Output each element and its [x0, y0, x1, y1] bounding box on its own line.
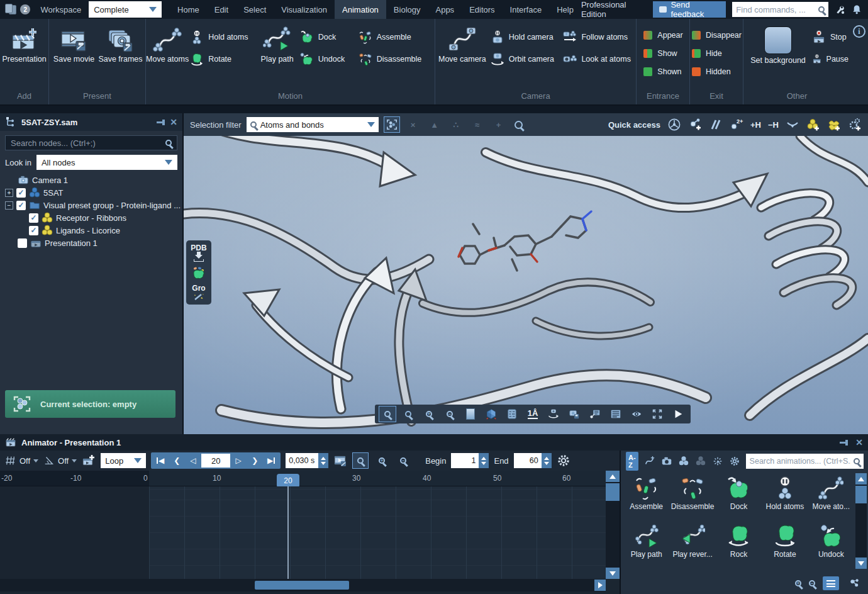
panels-button[interactable] [607, 406, 625, 422]
expand-selection-button[interactable]: ∴ [448, 116, 464, 133]
menu-interface[interactable]: Interface [503, 0, 550, 19]
search-icon[interactable] [818, 6, 825, 13]
follow-atoms-button[interactable]: Follow atoms [563, 29, 636, 45]
wrench-icon[interactable] [835, 4, 845, 15]
add-atom-icon[interactable] [688, 118, 702, 132]
orientation-cube-button[interactable] [482, 406, 500, 422]
select-parent-button[interactable]: ▲ [426, 116, 443, 133]
stepper-arrows[interactable] [318, 453, 328, 468]
bell-icon[interactable] [852, 4, 862, 15]
checkbox-checked[interactable]: ✓ [16, 201, 26, 210]
filter-groups-icon[interactable] [695, 456, 706, 467]
sort-az-button[interactable]: A-Z [626, 452, 638, 471]
protein-3d-render[interactable] [184, 113, 868, 434]
play-forward-button[interactable]: ▷ [230, 453, 247, 468]
scroll-down-button[interactable] [855, 558, 867, 569]
play-path-button[interactable]: Play path [256, 25, 299, 64]
zoom-selection-icon[interactable] [515, 121, 523, 129]
show-button[interactable]: Show [643, 47, 682, 60]
periodic-table-icon[interactable] [667, 118, 681, 132]
menu-help[interactable]: Help [549, 0, 581, 19]
search-animations-input[interactable] [750, 457, 851, 466]
begin-input[interactable] [451, 453, 479, 468]
skip-to-end-button[interactable]: ▶ [263, 453, 279, 468]
shown-button[interactable]: Shown [643, 65, 682, 78]
remove-hydrogens-button[interactable]: −H [768, 120, 779, 130]
close-icon[interactable]: ✕ [170, 118, 177, 126]
add-presets-icon[interactable] [827, 118, 841, 132]
library-zoom-in-icon[interactable]: + [795, 580, 801, 586]
step-forward-button[interactable]: ❯ [247, 453, 263, 468]
scroll-right-button[interactable] [594, 580, 606, 591]
deselect-button[interactable]: × [405, 116, 421, 133]
tree-row-receptor[interactable]: ✓ Receptor - Ribbons [0, 211, 182, 224]
dock-button[interactable]: Dock [300, 29, 357, 45]
tree-row-camera1[interactable]: Camera 1 [0, 174, 182, 186]
step-back-button[interactable]: ❮ [169, 453, 185, 468]
assemble-button[interactable]: Assemble [359, 29, 435, 45]
current-frame-input[interactable] [201, 454, 230, 468]
animation-disassemble[interactable]: Disassemble [669, 473, 715, 521]
pdb-download-button[interactable]: PDB [191, 244, 206, 262]
hold-camera-button[interactable]: Hold camera [491, 29, 562, 45]
menu-select[interactable]: Select [236, 0, 274, 19]
disassemble-button[interactable]: Disassemble [359, 51, 435, 67]
zoom-out-button[interactable]: − [441, 406, 459, 422]
animation-hold-atoms[interactable]: Hold atoms [762, 473, 808, 521]
rotate-button[interactable]: Rotate [190, 51, 254, 67]
tree-row-presentation1[interactable]: Presentation 1 [0, 237, 182, 249]
add-hydrogens-button[interactable]: +H [750, 120, 761, 130]
expand-icon[interactable]: + [5, 189, 13, 197]
minimize-icon[interactable] [786, 118, 799, 132]
select-all-button[interactable] [384, 116, 400, 133]
selection-filter-select[interactable]: Atoms and bonds [247, 117, 379, 132]
close-icon[interactable]: ✕ [855, 438, 863, 447]
hold-atoms-button[interactable]: Hold atoms [190, 29, 254, 45]
current-frame-marker[interactable]: 20 [277, 474, 299, 488]
filter-atoms-icon[interactable] [678, 456, 689, 467]
appear-button[interactable]: Appear [643, 29, 682, 42]
set-background-button[interactable]: Set background [745, 25, 811, 65]
stop-button[interactable]: Stop [812, 29, 849, 45]
find-commands-input[interactable] [736, 5, 818, 14]
tree-row-ligands[interactable]: ✓ Ligands - Licorice [0, 224, 182, 237]
tree-row-5sat[interactable]: + ✓ 5SAT [0, 186, 182, 199]
add-selection-group-button[interactable]: + [491, 116, 507, 133]
zoom-region-button[interactable] [399, 406, 417, 422]
screenshot-button[interactable] [565, 406, 583, 422]
timeline-zoom-out-button[interactable]: − [395, 452, 411, 469]
timeline-grid[interactable] [0, 486, 606, 579]
info-button[interactable]: i [853, 25, 865, 38]
label-button[interactable] [586, 406, 604, 422]
scroll-up-button[interactable] [606, 471, 620, 482]
background-button[interactable] [462, 406, 479, 422]
menu-apps[interactable]: Apps [428, 0, 462, 19]
checkbox-checked[interactable]: ✓ [29, 226, 38, 235]
skip-to-start-button[interactable]: ◀ [152, 453, 169, 468]
add-visual-preset-icon[interactable] [806, 118, 820, 132]
end-input[interactable] [514, 453, 542, 468]
save-frames-button[interactable]: Save frames [98, 25, 143, 64]
menu-animation[interactable]: Animation [335, 0, 386, 19]
viewport-3d[interactable]: Selection filter Atoms and bonds × ▲ ∴ ≈… [184, 113, 868, 434]
presentation-button[interactable]: Presentation [2, 25, 47, 64]
filter-path-icon[interactable] [644, 456, 655, 467]
disappear-button[interactable]: Disappear [691, 29, 742, 42]
scroll-up-button[interactable] [855, 473, 867, 485]
filter-effects-icon[interactable] [712, 456, 723, 467]
list-view-button[interactable] [823, 576, 839, 590]
pin-icon[interactable] [156, 118, 165, 126]
play-presentation-button[interactable] [669, 406, 687, 422]
pin-icon[interactable] [839, 438, 848, 447]
play-backward-button[interactable]: ◁ [185, 453, 201, 468]
menu-biology[interactable]: Biology [386, 0, 428, 19]
menu-edit[interactable]: Edit [207, 0, 236, 19]
stepper-arrows[interactable] [542, 453, 552, 468]
checkbox-checked[interactable]: ✓ [29, 213, 38, 223]
save-movie-button[interactable]: Save movie [52, 25, 97, 64]
menu-visualization[interactable]: Visualization [274, 0, 335, 19]
search-icon[interactable] [854, 458, 860, 464]
timeline-ruler[interactable]: -20 -10 0 10 20 30 40 50 60 [0, 471, 606, 486]
bond-order-icon[interactable] [709, 118, 723, 132]
search-icon[interactable] [165, 140, 172, 146]
